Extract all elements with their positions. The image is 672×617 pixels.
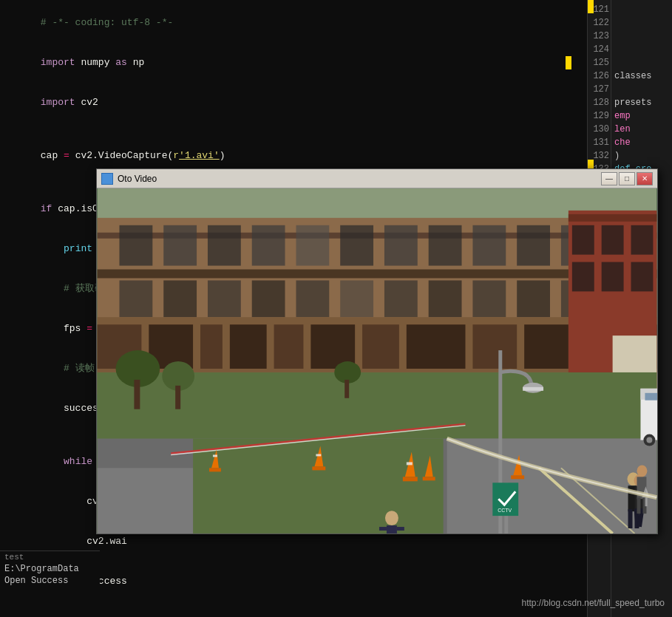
svg-rect-32 [230,324,267,369]
svg-rect-31 [200,324,223,369]
svg-rect-129 [637,497,640,514]
svg-rect-47 [602,262,624,292]
svg-rect-7 [296,225,329,266]
svg-rect-98 [628,509,633,528]
svg-rect-46 [572,262,594,292]
svg-rect-21 [340,280,373,317]
console-label: test [0,551,100,563]
svg-rect-3 [119,225,152,266]
svg-rect-132 [134,380,140,409]
svg-rect-19 [252,280,285,317]
svg-rect-9 [384,225,418,266]
svg-rect-43 [572,225,594,255]
code-line-2: import numpy as np [6,43,582,83]
svg-rect-106 [645,393,657,400]
svg-rect-67 [407,462,413,465]
video-titlebar[interactable]: Oto Video — □ ✕ [97,169,657,188]
video-title-left: Oto Video [101,173,157,185]
svg-text:CCTV: CCTV [498,508,512,513]
maximize-button[interactable]: □ [619,172,635,185]
code-line-1: # -*- coding: utf-8 -*- [6,3,582,43]
svg-rect-136 [345,380,349,398]
svg-point-88 [385,511,398,525]
svg-point-110 [646,437,652,443]
svg-rect-35 [362,324,399,369]
watermark: http://blog.csdn.net/full_speed_turbo [522,598,665,608]
rp-line-128: presets [614,96,669,109]
svg-rect-23 [429,280,462,317]
rp-line-132: ) [614,149,669,163]
svg-rect-25 [517,280,550,317]
svg-rect-42 [569,214,656,222]
svg-rect-54 [447,439,657,534]
svg-rect-94 [379,527,387,531]
svg-rect-24 [472,280,506,317]
svg-rect-38 [524,324,569,369]
rp-line-130: len [614,123,669,136]
console-area: test E:\ProgramData Open Success [0,550,100,617]
svg-rect-48 [631,262,654,292]
video-controls: — □ ✕ [601,172,653,185]
svg-rect-61 [213,454,217,457]
svg-rect-66 [403,477,418,481]
rp-line-123 [614,30,669,43]
rp-line-124 [614,43,669,56]
svg-rect-69 [423,477,435,480]
svg-rect-52 [193,439,444,534]
svg-rect-18 [208,280,241,317]
svg-rect-60 [209,468,221,471]
rp-line-127 [614,83,669,96]
console-line-2: Open Success [0,575,100,587]
svg-rect-22 [384,280,418,317]
svg-rect-64 [316,454,321,456]
svg-rect-12 [517,225,550,266]
svg-rect-71 [511,475,524,479]
video-title-text: Oto Video [118,174,157,184]
svg-rect-5 [208,225,241,266]
svg-rect-36 [407,324,466,369]
rp-line-125 [614,56,669,69]
video-window: Oto Video — □ ✕ [96,168,658,534]
rp-line-122 [614,16,669,30]
svg-rect-4 [163,225,197,266]
svg-rect-11 [472,225,506,266]
svg-rect-16 [119,280,152,317]
svg-rect-89 [387,525,397,534]
code-line-4 [6,123,582,136]
svg-rect-17 [163,280,197,317]
svg-rect-8 [340,225,373,266]
svg-rect-37 [472,324,517,369]
rp-line-129: emp [614,109,669,123]
rp-line-126: classes [614,69,669,83]
svg-rect-33 [274,324,304,369]
svg-rect-63 [312,466,325,470]
svg-rect-138 [645,497,647,506]
line-marker-top [588,0,594,13]
video-app-icon [101,173,113,185]
code-line-3: import cv2 [6,83,582,123]
svg-rect-44 [602,225,624,255]
scene-svg: CCTV [97,188,657,534]
console-line-1: E:\ProgramData [0,563,100,575]
minimize-button[interactable]: — [601,172,617,185]
rp-line-131: che [614,136,669,149]
svg-rect-45 [631,225,654,255]
svg-rect-6 [252,225,285,266]
svg-rect-20 [296,280,329,317]
svg-rect-134 [175,386,180,409]
svg-rect-10 [429,225,462,266]
close-button[interactable]: ✕ [637,172,653,185]
rp-line-121 [614,3,669,16]
svg-point-127 [637,465,647,477]
svg-rect-53 [98,468,193,534]
svg-rect-95 [397,527,404,531]
video-content: CCTV [97,188,657,534]
svg-rect-74 [523,387,543,391]
